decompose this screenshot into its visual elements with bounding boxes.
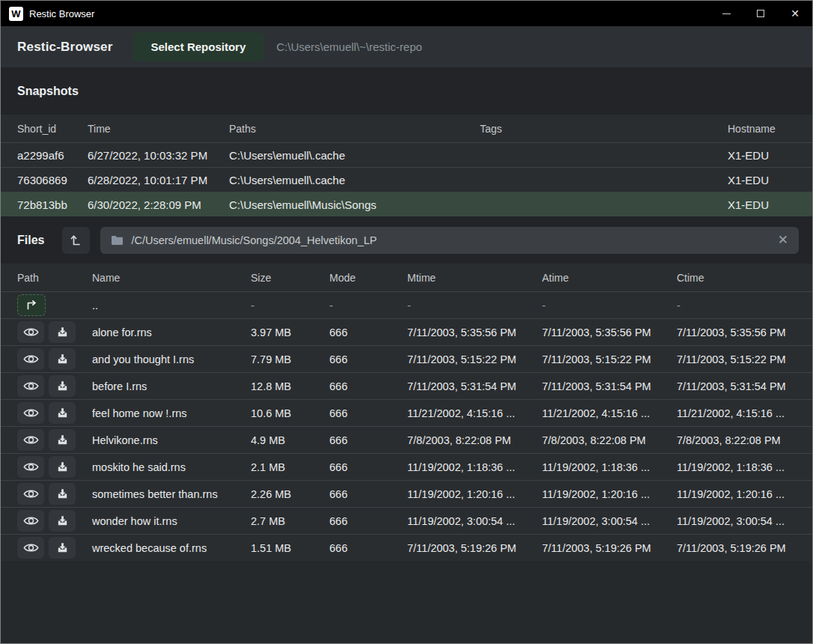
- download-file-button[interactable]: [49, 510, 76, 532]
- file-name: wrecked because of.rns: [92, 542, 251, 554]
- file-mode: 666: [329, 380, 407, 392]
- file-size: -: [251, 300, 329, 312]
- file-mtime: 7/11/2003, 5:35:56 PM: [407, 326, 542, 338]
- file-mtime: 7/8/2003, 8:22:08 PM: [407, 434, 542, 446]
- file-atime: 11/19/2002, 3:00:54 ...: [542, 515, 677, 527]
- eye-icon: [23, 461, 39, 473]
- file-atime: -: [542, 300, 677, 312]
- column-header-mode: Mode: [329, 272, 407, 284]
- parent-directory-row: .. - - - - -: [1, 291, 812, 318]
- file-ctime: 7/8/2003, 8:22:08 PM: [677, 434, 812, 446]
- preview-file-button[interactable]: [17, 375, 44, 397]
- column-header-atime: Atime: [542, 272, 677, 284]
- file-size: 1.51 MB: [251, 542, 329, 554]
- download-file-button[interactable]: [49, 456, 76, 478]
- file-size: 4.9 MB: [251, 434, 329, 446]
- file-atime: 11/19/2002, 1:20:16 ...: [542, 488, 677, 500]
- file-mode: 666: [329, 326, 407, 338]
- window-title: Restic Browser: [29, 8, 94, 19]
- file-size: 12.8 MB: [251, 380, 329, 392]
- file-size: 2.1 MB: [251, 461, 329, 473]
- download-icon: [56, 353, 69, 365]
- download-file-button[interactable]: [49, 429, 76, 451]
- clear-path-button[interactable]: ✕: [778, 234, 788, 246]
- download-file-button[interactable]: [49, 537, 76, 559]
- file-row: wonder how it.rns2.7 MB66611/19/2002, 3:…: [1, 507, 812, 534]
- column-header-tags: Tags: [480, 123, 728, 135]
- file-ctime: 11/19/2002, 3:00:54 ...: [677, 515, 812, 527]
- download-file-button[interactable]: [49, 402, 76, 424]
- maximize-button[interactable]: [743, 1, 778, 26]
- snapshot-row-selected[interactable]: 72b813bb 6/30/2022, 2:28:09 PM C:\Users\…: [1, 192, 812, 216]
- file-name: moskito he said.rns: [92, 461, 251, 473]
- preview-file-button[interactable]: [17, 537, 44, 559]
- go-up-directory-button[interactable]: [17, 294, 46, 316]
- file-mode: 666: [329, 434, 407, 446]
- app-title: Restic-Browser: [17, 40, 113, 55]
- file-atime: 11/21/2002, 4:15:16 ...: [542, 407, 677, 419]
- preview-file-button[interactable]: [17, 429, 44, 451]
- up-level-button[interactable]: [62, 227, 90, 254]
- folder-icon: [111, 235, 124, 246]
- file-row: feel home now !.rns10.6 MB66611/21/2002,…: [1, 399, 812, 426]
- file-mtime: 7/11/2003, 5:15:22 PM: [407, 353, 542, 365]
- snapshot-row[interactable]: 76306869 6/28/2022, 10:01:17 PM C:\Users…: [1, 167, 812, 192]
- eye-icon: [23, 353, 39, 365]
- file-row: wrecked because of.rns1.51 MB6667/11/200…: [1, 534, 812, 561]
- up-level-arrow-icon: [70, 234, 82, 246]
- file-atime: 7/8/2003, 8:22:08 PM: [542, 434, 677, 446]
- select-repository-button[interactable]: Select Repository: [133, 32, 265, 61]
- preview-file-button[interactable]: [17, 348, 44, 370]
- snapshot-row[interactable]: a2299af6 6/27/2022, 10:03:32 PM C:\Users…: [1, 142, 812, 167]
- eye-icon: [23, 380, 39, 392]
- download-icon: [56, 326, 69, 338]
- close-icon: ✕: [791, 8, 800, 19]
- eye-icon: [23, 542, 39, 553]
- download-icon: [56, 380, 69, 392]
- file-ctime: 7/11/2003, 5:35:56 PM: [677, 326, 812, 338]
- snapshot-paths: C:\Users\emuell\.cache: [229, 149, 480, 162]
- eye-icon: [23, 407, 39, 419]
- file-mtime: 7/11/2003, 5:31:54 PM: [407, 380, 542, 392]
- current-path-input[interactable]: /C/Users/emuell/Music/Songs/2004_Helveti…: [100, 227, 799, 254]
- file-row: moskito he said.rns2.1 MB66611/19/2002, …: [1, 453, 812, 480]
- file-atime: 7/11/2003, 5:31:54 PM: [542, 380, 677, 392]
- file-name: wonder how it.rns: [92, 515, 251, 527]
- file-name: Helvikone.rns: [92, 434, 251, 446]
- column-header-time: Time: [88, 123, 229, 135]
- preview-file-button[interactable]: [17, 456, 44, 478]
- file-mtime: 11/19/2002, 1:20:16 ...: [407, 488, 542, 500]
- file-atime: 7/11/2003, 5:35:56 PM: [542, 326, 677, 338]
- snapshot-shortid: a2299af6: [17, 149, 88, 162]
- snapshot-paths: C:\Users\emuell\Music\Songs: [229, 198, 480, 211]
- snapshot-hostname: X1-EDU: [728, 198, 812, 211]
- download-icon: [56, 407, 69, 419]
- file-ctime: -: [677, 300, 812, 312]
- file-row: and you thought I.rns7.79 MB6667/11/2003…: [1, 345, 812, 372]
- preview-file-button[interactable]: [17, 510, 44, 532]
- snapshot-time: 6/30/2022, 2:28:09 PM: [88, 198, 229, 211]
- empty-area: [1, 561, 812, 643]
- download-file-button[interactable]: [49, 348, 76, 370]
- preview-file-button[interactable]: [17, 402, 44, 424]
- minimize-button[interactable]: [709, 1, 743, 26]
- file-ctime: 7/11/2003, 5:31:54 PM: [677, 380, 812, 392]
- files-heading: Files: [17, 234, 44, 247]
- eye-icon: [23, 515, 39, 526]
- current-path-text: /C/Users/emuell/Music/Songs/2004_Helveti…: [131, 234, 377, 246]
- download-file-button[interactable]: [49, 375, 76, 397]
- files-table-header: Path Name Size Mode Mtime Atime Ctime: [1, 264, 812, 291]
- app-header: Restic-Browser Select Repository C:\User…: [1, 26, 812, 67]
- download-file-button[interactable]: [49, 483, 76, 505]
- file-size: 7.79 MB: [251, 353, 329, 365]
- file-name: and you thought I.rns: [92, 353, 251, 365]
- file-atime: 11/19/2002, 1:18:36 ...: [542, 461, 677, 473]
- file-mode: 666: [329, 407, 407, 419]
- snapshots-heading: Snapshots: [17, 85, 79, 98]
- preview-file-button[interactable]: [17, 483, 44, 505]
- preview-file-button[interactable]: [17, 321, 44, 343]
- clear-icon: ✕: [778, 233, 788, 247]
- close-button[interactable]: ✕: [778, 1, 812, 26]
- download-file-button[interactable]: [49, 321, 76, 343]
- download-icon: [56, 514, 69, 527]
